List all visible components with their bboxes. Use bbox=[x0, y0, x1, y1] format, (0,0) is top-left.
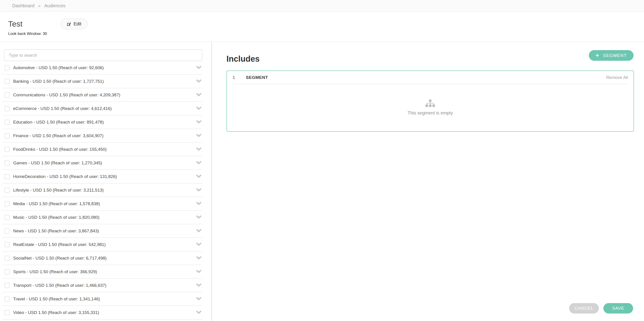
category-row[interactable]: Lifestyle - USD 1.50 (Reach of user: 3,2… bbox=[2, 183, 202, 197]
chevron-down-icon[interactable] bbox=[196, 242, 202, 247]
category-row[interactable]: News - USD 1.50 (Reach of user: 3,867,84… bbox=[2, 224, 202, 238]
category-label: Travel - USD 1.50 (Reach of user: 1,341,… bbox=[13, 297, 100, 302]
category-checkbox[interactable] bbox=[4, 229, 10, 234]
chevron-down-icon[interactable] bbox=[196, 297, 202, 301]
category-label: Banking - USD 1.50 (Reach of user: 1,727… bbox=[13, 79, 104, 84]
category-label: Transport - USD 1.50 (Reach of user: 1,4… bbox=[13, 283, 106, 288]
chevron-down-icon[interactable] bbox=[196, 79, 202, 84]
breadcrumb: Dashboard » Audiences bbox=[0, 0, 644, 12]
category-checkbox[interactable] bbox=[4, 201, 10, 206]
category-row[interactable]: FoodDrinks - USD 1.50 (Reach of user: 15… bbox=[2, 143, 202, 156]
chevron-down-icon[interactable] bbox=[196, 161, 202, 165]
chevron-down-icon[interactable] bbox=[196, 256, 202, 261]
category-checkbox[interactable] bbox=[4, 269, 10, 274]
segment-title: SEGMENT bbox=[246, 75, 268, 80]
category-checkbox[interactable] bbox=[4, 283, 10, 288]
category-row[interactable]: SocialNet - USD 1.50 (Reach of user: 6,7… bbox=[2, 251, 202, 265]
sitemap-icon bbox=[426, 99, 435, 108]
category-label: News - USD 1.50 (Reach of user: 3,867,84… bbox=[13, 229, 99, 234]
category-checkbox[interactable] bbox=[4, 120, 10, 125]
content-area: Automotive - USD 1.50 (Reach of user: 92… bbox=[0, 42, 644, 321]
category-checkbox[interactable] bbox=[4, 256, 10, 261]
category-label: Music - USD 1.50 (Reach of user: 1,820,0… bbox=[13, 215, 100, 220]
segment-panel: 1 SEGMENT Remove All bbox=[226, 70, 634, 132]
segment-empty-text: This segment is empty bbox=[408, 110, 453, 116]
save-button[interactable]: SAVE bbox=[604, 303, 633, 314]
category-label: RealEstate - USD 1.50 (Reach of user: 54… bbox=[13, 242, 106, 247]
chevron-down-icon[interactable] bbox=[196, 134, 202, 138]
category-label: FoodDrinks - USD 1.50 (Reach of user: 15… bbox=[13, 147, 107, 152]
category-label: Media - USD 1.50 (Reach of user: 1,578,8… bbox=[13, 201, 100, 206]
edit-icon bbox=[67, 22, 71, 26]
category-row[interactable]: Games - USD 1.50 (Reach of user: 1,270,3… bbox=[2, 156, 202, 170]
category-row[interactable]: Communications - USD 1.50 (Reach of user… bbox=[2, 88, 202, 102]
category-row[interactable]: Transport - USD 1.50 (Reach of user: 1,4… bbox=[2, 279, 202, 292]
category-row[interactable]: Video - USD 1.50 (Reach of user: 3,155,3… bbox=[2, 306, 202, 320]
category-checkbox[interactable] bbox=[4, 297, 10, 302]
chevron-down-icon[interactable] bbox=[196, 188, 202, 192]
category-list: Automotive - USD 1.50 (Reach of user: 92… bbox=[2, 61, 202, 320]
category-row[interactable]: Music - USD 1.50 (Reach of user: 1,820,0… bbox=[2, 211, 202, 224]
chevron-down-icon[interactable] bbox=[196, 106, 202, 111]
remove-all-link[interactable]: Remove All bbox=[606, 75, 628, 80]
segment-empty-state: This segment is empty bbox=[227, 84, 634, 131]
category-row[interactable]: Finance - USD 1.50 (Reach of user: 3,604… bbox=[2, 129, 202, 143]
category-checkbox[interactable] bbox=[4, 160, 10, 165]
breadcrumb-dashboard[interactable]: Dashboard bbox=[12, 3, 34, 8]
chevron-down-icon[interactable] bbox=[196, 65, 202, 70]
add-segment-button[interactable]: + SEGMENT bbox=[589, 50, 634, 61]
category-label: Sports - USD 1.50 (Reach of user: 366,92… bbox=[13, 269, 97, 274]
category-label: Education - USD 1.50 (Reach of user: 891… bbox=[13, 120, 104, 125]
edit-label: Edit bbox=[74, 21, 81, 26]
category-label: Automotive - USD 1.50 (Reach of user: 92… bbox=[13, 65, 104, 70]
category-checkbox[interactable] bbox=[4, 310, 10, 315]
category-label: HomeDecoration - USD 1.50 (Reach of user… bbox=[13, 174, 117, 179]
category-label: Communications - USD 1.50 (Reach of user… bbox=[13, 92, 120, 97]
category-checkbox[interactable] bbox=[4, 215, 10, 220]
category-label: eCommerce - USD 1.50 (Reach of user: 4,6… bbox=[13, 106, 112, 111]
chevron-down-icon[interactable] bbox=[196, 147, 202, 152]
category-label: Games - USD 1.50 (Reach of user: 1,270,3… bbox=[13, 160, 102, 165]
breadcrumb-separator: » bbox=[38, 3, 40, 8]
add-segment-label: SEGMENT bbox=[603, 53, 627, 58]
page-title: Test bbox=[8, 19, 22, 28]
chevron-down-icon[interactable] bbox=[196, 270, 202, 274]
chevron-down-icon[interactable] bbox=[196, 310, 202, 315]
audience-header: Test Edit Look back Window: 30 bbox=[0, 12, 644, 42]
category-row[interactable]: Travel - USD 1.50 (Reach of user: 1,341,… bbox=[2, 292, 202, 306]
chevron-down-icon[interactable] bbox=[196, 202, 202, 206]
category-label: SocialNet - USD 1.50 (Reach of user: 6,7… bbox=[13, 256, 107, 261]
category-checkbox[interactable] bbox=[4, 147, 10, 152]
category-checkbox[interactable] bbox=[4, 92, 10, 97]
chevron-down-icon[interactable] bbox=[196, 120, 202, 124]
category-row[interactable]: Banking - USD 1.50 (Reach of user: 1,727… bbox=[2, 75, 202, 88]
breadcrumb-audiences[interactable]: Audiences bbox=[44, 3, 65, 8]
category-row[interactable]: Sports - USD 1.50 (Reach of user: 366,92… bbox=[2, 265, 202, 279]
category-checkbox[interactable] bbox=[4, 133, 10, 138]
category-row[interactable]: Automotive - USD 1.50 (Reach of user: 92… bbox=[2, 61, 202, 75]
category-row[interactable]: Media - USD 1.50 (Reach of user: 1,578,8… bbox=[2, 197, 202, 211]
category-row[interactable]: eCommerce - USD 1.50 (Reach of user: 4,6… bbox=[2, 102, 202, 115]
category-row[interactable]: Education - USD 1.50 (Reach of user: 891… bbox=[2, 115, 202, 129]
category-row[interactable]: RealEstate - USD 1.50 (Reach of user: 54… bbox=[2, 238, 202, 251]
category-checkbox[interactable] bbox=[4, 65, 10, 70]
edit-button[interactable]: Edit bbox=[60, 18, 87, 29]
cancel-button[interactable]: CANCEL bbox=[569, 303, 599, 314]
category-checkbox[interactable] bbox=[4, 174, 10, 179]
includes-panel: Includes + SEGMENT 1 SEGMENT Remove All bbox=[212, 42, 644, 321]
chevron-down-icon[interactable] bbox=[196, 283, 202, 288]
category-checkbox[interactable] bbox=[4, 188, 10, 193]
chevron-down-icon[interactable] bbox=[196, 229, 202, 233]
includes-title: Includes bbox=[226, 54, 644, 64]
category-checkbox[interactable] bbox=[4, 242, 10, 247]
search-input[interactable] bbox=[4, 49, 202, 61]
chevron-down-icon[interactable] bbox=[196, 93, 202, 97]
audience-builder-page: Dashboard » Audiences Test Edit Look bac… bbox=[0, 0, 644, 321]
category-checkbox[interactable] bbox=[4, 106, 10, 111]
segment-header: 1 SEGMENT Remove All bbox=[227, 71, 634, 84]
chevron-down-icon[interactable] bbox=[196, 174, 202, 179]
category-checkbox[interactable] bbox=[4, 79, 10, 84]
chevron-down-icon[interactable] bbox=[196, 215, 202, 220]
category-row[interactable]: HomeDecoration - USD 1.50 (Reach of user… bbox=[2, 170, 202, 183]
category-label: Lifestyle - USD 1.50 (Reach of user: 3,2… bbox=[13, 188, 104, 193]
